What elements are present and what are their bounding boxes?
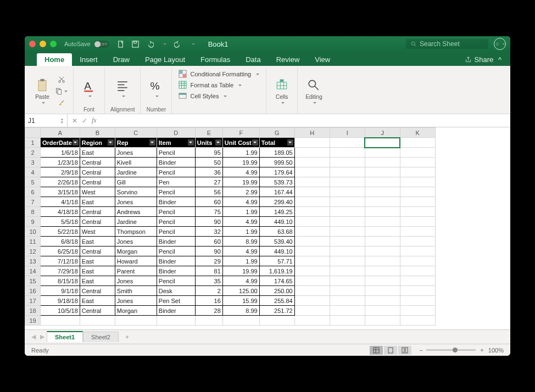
cell[interactable] xyxy=(294,148,330,158)
cell[interactable]: OrderDate xyxy=(41,138,80,148)
cell[interactable]: 149.25 xyxy=(259,207,294,217)
cell[interactable] xyxy=(330,177,365,187)
cell[interactable]: Pencil xyxy=(157,227,195,237)
cell[interactable]: East xyxy=(80,148,115,158)
cell[interactable] xyxy=(294,227,330,237)
cell[interactable] xyxy=(365,247,400,256)
cell[interactable]: 57.71 xyxy=(259,256,294,266)
row-header[interactable]: 10 xyxy=(25,227,41,237)
cell[interactable] xyxy=(365,207,400,217)
cell[interactable] xyxy=(294,217,330,227)
cell[interactable] xyxy=(365,197,400,207)
filter-dropdown-icon[interactable] xyxy=(188,139,194,145)
cell[interactable]: 5/5/18 xyxy=(41,217,80,227)
cell[interactable]: 8.99 xyxy=(222,237,259,247)
cell[interactable]: 56 xyxy=(195,187,222,197)
cell[interactable]: East xyxy=(80,266,115,276)
cell[interactable]: 449.10 xyxy=(259,217,294,227)
cell[interactable]: West xyxy=(80,187,115,197)
cell[interactable] xyxy=(400,296,435,306)
filter-dropdown-icon[interactable] xyxy=(287,139,293,145)
cell[interactable]: Pencil xyxy=(157,148,195,158)
cell[interactable] xyxy=(400,227,435,237)
cell[interactable] xyxy=(365,266,400,276)
cell[interactable]: Binder xyxy=(157,197,195,207)
cell[interactable]: 63.68 xyxy=(259,227,294,237)
cell[interactable] xyxy=(330,217,365,227)
cell[interactable] xyxy=(294,296,330,306)
filter-dropdown-icon[interactable] xyxy=(149,139,155,145)
cell[interactable]: 7/12/18 xyxy=(41,256,80,266)
cell[interactable]: Jardine xyxy=(115,217,157,227)
row-header[interactable]: 9 xyxy=(25,217,41,227)
cell[interactable] xyxy=(365,217,400,227)
cell[interactable]: Jones xyxy=(115,296,157,306)
cell[interactable]: 251.72 xyxy=(259,306,294,316)
cell[interactable]: Sorvino xyxy=(115,187,157,197)
cell[interactable]: East xyxy=(80,197,115,207)
cell[interactable]: 8/15/18 xyxy=(41,276,80,286)
cell[interactable]: Jardine xyxy=(115,167,157,177)
cell[interactable]: Pencil xyxy=(157,167,195,177)
cell[interactable]: 1,619.19 xyxy=(259,266,294,276)
cell[interactable]: 16 xyxy=(195,296,222,306)
cell[interactable]: 75 xyxy=(195,207,222,217)
fx-icon[interactable]: fx xyxy=(92,116,97,125)
row-header[interactable]: 11 xyxy=(25,237,41,247)
column-header-B[interactable]: B xyxy=(80,128,115,138)
cell[interactable]: 1/6/18 xyxy=(41,148,80,158)
autosave-toggle[interactable]: AutoSave OFF xyxy=(64,41,109,48)
cell[interactable] xyxy=(330,207,365,217)
cell[interactable]: 167.44 xyxy=(259,187,294,197)
cell[interactable] xyxy=(365,167,400,177)
cell[interactable] xyxy=(365,158,400,167)
namebox-stepper-icon[interactable]: ▲▼ xyxy=(60,117,64,124)
cell[interactable]: Central xyxy=(80,158,115,167)
cell[interactable]: Binder xyxy=(157,158,195,167)
format-painter-button[interactable] xyxy=(55,98,68,108)
cell[interactable] xyxy=(294,256,330,266)
cell[interactable]: Units xyxy=(195,138,222,148)
cell[interactable]: Morgan xyxy=(115,247,157,256)
cell[interactable]: 449.10 xyxy=(259,247,294,256)
cell[interactable] xyxy=(330,266,365,276)
cell[interactable]: Unit Cost xyxy=(222,138,259,148)
cell[interactable]: 4.99 xyxy=(222,217,259,227)
cell[interactable]: Smith xyxy=(115,286,157,296)
format-as-table-button[interactable]: Format as Table xyxy=(177,80,260,89)
save-button[interactable] xyxy=(129,38,142,49)
cell[interactable] xyxy=(365,276,400,286)
column-header-E[interactable]: E xyxy=(195,128,222,138)
qat-customize-dropdown[interactable] xyxy=(186,38,199,49)
cell[interactable] xyxy=(400,266,435,276)
cell[interactable]: 19.99 xyxy=(222,266,259,276)
sheet-nav-next[interactable]: ▶ xyxy=(38,333,47,340)
cell[interactable]: 60 xyxy=(195,237,222,247)
cell[interactable]: Pen Set xyxy=(157,296,195,306)
cell[interactable] xyxy=(330,167,365,177)
cell[interactable]: 255.84 xyxy=(259,296,294,306)
accept-formula-button[interactable]: ✓ xyxy=(82,117,87,125)
filter-dropdown-icon[interactable] xyxy=(215,139,221,145)
filter-dropdown-icon[interactable] xyxy=(252,139,258,145)
cell[interactable]: 19.99 xyxy=(222,158,259,167)
cell[interactable]: 1.99 xyxy=(222,227,259,237)
cell[interactable] xyxy=(41,316,80,326)
cell[interactable] xyxy=(294,237,330,247)
minimize-window-button[interactable] xyxy=(40,41,46,47)
ribbon-tab-page-layout[interactable]: Page Layout xyxy=(137,53,193,66)
cell[interactable] xyxy=(365,148,400,158)
select-all-corner[interactable] xyxy=(25,128,41,138)
cell[interactable] xyxy=(365,237,400,247)
cell[interactable]: 125.00 xyxy=(222,286,259,296)
cell[interactable] xyxy=(400,207,435,217)
cell[interactable] xyxy=(330,306,365,316)
cells-button[interactable]: Cells xyxy=(272,76,292,105)
cell[interactable]: 174.65 xyxy=(259,276,294,286)
cell[interactable]: East xyxy=(80,276,115,286)
cell[interactable]: Binder xyxy=(157,266,195,276)
cell[interactable]: Region xyxy=(80,138,115,148)
cell[interactable] xyxy=(400,187,435,197)
cell[interactable]: 4.99 xyxy=(222,276,259,286)
cell[interactable]: 9/18/18 xyxy=(41,296,80,306)
